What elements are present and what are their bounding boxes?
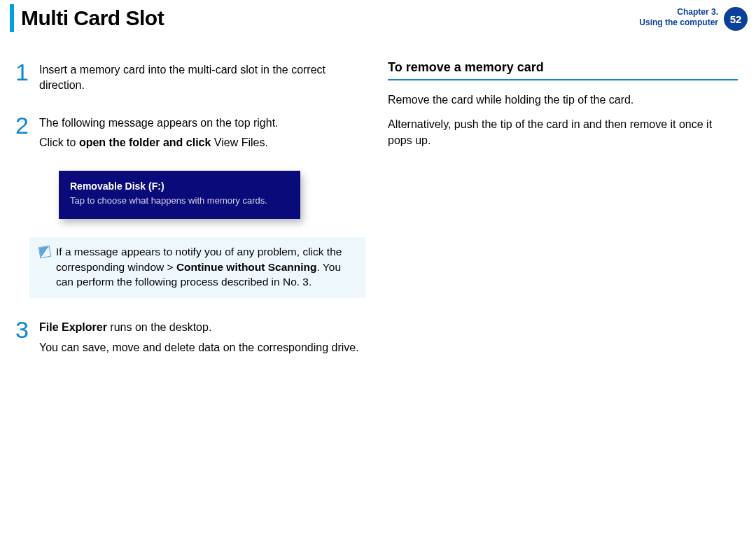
step-text: Click to open the folder and click View …: [39, 135, 365, 150]
paragraph: Alternatively, push the tip of the card …: [388, 116, 738, 148]
right-column: To remove a memory card Remove the card …: [388, 60, 738, 375]
step-number: 3: [15, 318, 39, 360]
windows-toast-notification: Removable Disk (F:) Tap to choose what h…: [59, 171, 300, 220]
step-text: Insert a memory card into the multi-card…: [39, 62, 365, 94]
bold-text: Continue without Scanning: [176, 261, 317, 273]
info-note: If a message appears to notify you of an…: [29, 237, 365, 298]
notification-title: Removable Disk (F:): [70, 181, 289, 192]
notification-body: Tap to choose what happens with memory c…: [70, 195, 289, 207]
bold-text: File Explorer: [39, 321, 107, 333]
page-header: Multi Card Slot Chapter 3. Using the com…: [0, 0, 756, 39]
step-number: 1: [15, 60, 39, 98]
step-3: 3 File Explorer runs on the desktop. You…: [15, 318, 365, 360]
step-body: File Explorer runs on the desktop. You c…: [39, 318, 365, 360]
page-title: Multi Card Slot: [21, 6, 164, 30]
text-span: runs on the desktop.: [107, 321, 211, 333]
step-2: 2 The following message appears on the t…: [15, 113, 365, 155]
note-icon: [38, 246, 52, 259]
step-1: 1 Insert a memory card into the multi-ca…: [15, 60, 365, 98]
content-area: 1 Insert a memory card into the multi-ca…: [0, 39, 756, 375]
page-number-badge: 52: [724, 7, 748, 31]
title-accent: [10, 4, 14, 32]
section-heading: To remove a memory card: [388, 60, 738, 80]
title-bar: Multi Card Slot: [10, 4, 164, 32]
step-text: You can save, move and delete data on th…: [39, 340, 365, 355]
paragraph: Remove the card while holding the tip of…: [388, 92, 738, 108]
left-column: 1 Insert a memory card into the multi-ca…: [15, 60, 365, 375]
chapter-label: Chapter 3. Using the computer: [639, 7, 718, 28]
step-number: 2: [15, 113, 39, 155]
note-text: If a message appears to notify you of an…: [56, 244, 356, 290]
step-body: Insert a memory card into the multi-card…: [39, 60, 365, 98]
chapter-sub: Using the computer: [639, 17, 718, 28]
bold-text: open the folder and click: [79, 136, 211, 148]
step-text: The following message appears on the top…: [39, 115, 365, 131]
text-span: View Files.: [211, 136, 268, 148]
chapter-line: Chapter 3.: [639, 7, 718, 17]
step-text: File Explorer runs on the desktop.: [39, 320, 365, 335]
text-span: Click to: [39, 136, 79, 148]
step-body: The following message appears on the top…: [39, 113, 365, 155]
